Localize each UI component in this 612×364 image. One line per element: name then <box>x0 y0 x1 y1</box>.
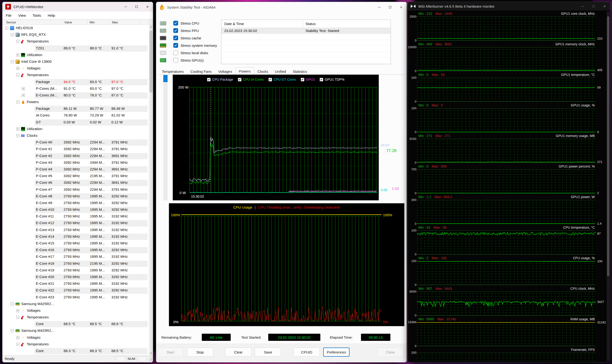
expand-toggle-icon[interactable]: − <box>16 74 19 77</box>
aida64-titlebar[interactable]: System Stability Test - AIDA64 × <box>156 2 407 13</box>
close-button[interactable]: × <box>142 2 153 12</box>
stress-checkbox[interactable] <box>173 43 178 48</box>
tree-row[interactable]: −Intel Core i9 13900 <box>2 58 149 65</box>
preferences-button[interactable]: Preferences <box>323 348 349 357</box>
tree-row[interactable]: P-Core #63392 MHz2294 M...3691 MHz <box>2 180 149 186</box>
menu-file[interactable]: File <box>2 12 15 19</box>
tab-temperatures[interactable]: Temperatures <box>158 68 187 75</box>
tree-row[interactable]: −Temperatures <box>2 341 149 348</box>
tree-row[interactable]: +Voltages <box>2 65 149 72</box>
tree-row[interactable]: P-Core #33392 MHz2494 M...3791 MHz <box>2 159 149 166</box>
expand-toggle-icon[interactable]: − <box>11 302 14 306</box>
save-button[interactable]: Save <box>255 348 281 357</box>
tree-row[interactable]: P-Core #13392 MHz2294 M...3791 MHz <box>2 146 149 153</box>
tree-row[interactable]: +P-Cores (M...91.0 °C83.0 °C97.0 °C <box>2 85 149 92</box>
panel-scrollbar[interactable] <box>607 12 610 361</box>
expand-toggle-icon[interactable]: − <box>5 26 8 30</box>
menu-tools[interactable]: Tools <box>29 12 44 19</box>
tree-row[interactable]: +Voltages <box>2 307 149 314</box>
minimize-button[interactable] <box>374 2 385 13</box>
tree-row[interactable]: TZ0189.0 °C88.0 °C91.0 °C <box>2 45 149 52</box>
tree-row[interactable]: E-Core #232793 MHz1995 M...3192 MHz <box>2 294 149 301</box>
resize-grip[interactable] <box>149 359 153 362</box>
tree-row[interactable]: −Temperatures <box>2 72 149 78</box>
scrollbar-thumb[interactable] <box>163 75 167 82</box>
tree-row[interactable]: E-Core #192793 MHz1995 M...3292 MHz <box>2 267 149 274</box>
tree-row[interactable]: −Samsung M425R2... <box>2 301 149 307</box>
tree-row[interactable]: E-Core #102793 MHz1995 M...3292 MHz <box>2 207 149 213</box>
tree-row[interactable]: P-Core #23392 MHz2294 M...3691 MHz <box>2 153 149 159</box>
expand-toggle-icon[interactable]: − <box>16 343 19 346</box>
expand-toggle-icon[interactable]: + <box>16 53 19 57</box>
clear-button[interactable]: Clear <box>225 348 251 357</box>
stress-checkbox[interactable] <box>173 21 178 26</box>
log-row[interactable] <box>221 34 391 40</box>
tree-row[interactable]: E-Core #172793 MHz1895 M...3192 MHz <box>2 253 149 260</box>
tree-row[interactable]: P-Core #73392 MHz2294 M...3791 MHz <box>2 186 149 193</box>
tab-unified[interactable]: Unified <box>272 68 290 75</box>
tree-row[interactable]: Package86.11 W80.77 W88.46 W <box>2 105 149 112</box>
tree-row[interactable]: E-Core #122793 MHz1895 M...3192 MHz <box>2 220 149 226</box>
tree-row[interactable]: E-Core #162793 MHz1995 M...3292 MHz <box>2 247 149 253</box>
stress-option-stress-cpu[interactable]: Stress CPU <box>160 21 232 27</box>
tree-scrollbar[interactable]: ▲ ▼ <box>149 25 153 355</box>
tree-row[interactable]: E-Core #132793 MHz1995 M...3192 MHz <box>2 227 149 234</box>
tree-row[interactable]: IA Cores78.80 W73.29 W81.02 W <box>2 112 149 119</box>
column-value[interactable]: Value <box>62 20 88 25</box>
stress-option-stress-cache[interactable]: Stress cache <box>160 35 232 41</box>
tab-voltages[interactable]: Voltages <box>215 68 236 75</box>
column-max[interactable]: Max <box>110 20 139 25</box>
column-min[interactable]: Min <box>88 20 110 25</box>
minimize-button[interactable] <box>120 2 131 12</box>
tree-row[interactable]: E-Core #92793 MHz1995 M...3292 MHz <box>2 200 149 207</box>
expand-toggle-icon[interactable]: − <box>16 40 19 43</box>
tab-clocks[interactable]: Clocks <box>254 68 272 75</box>
tree-row[interactable]: −Temperatures <box>2 314 149 321</box>
tree-row[interactable]: GT0.03 W0.02 W0.12 W <box>2 119 149 126</box>
hwmonitor-titlebar[interactable]: CPUID HWMonitor × <box>2 2 153 12</box>
tree-row[interactable]: E-Core #142793 MHz1995 M...3192 MHz <box>2 234 149 240</box>
stress-option-stress-fpu[interactable]: 123Stress FPU <box>160 28 232 34</box>
tree-row[interactable]: Core68.3 °C68.3 °C68.5 °C <box>2 348 149 354</box>
tree-row[interactable]: +Utilization <box>2 126 149 132</box>
tree-row[interactable]: Core68.5 °C68.5 °C68.8 °C <box>2 321 149 327</box>
scrollbar-thumb[interactable] <box>149 31 153 93</box>
stress-checkbox[interactable] <box>173 28 178 33</box>
tree-row[interactable]: E-Core #222793 MHz1995 M...3292 MHz <box>2 287 149 294</box>
tree-row[interactable]: −Clocks <box>2 132 149 139</box>
expand-toggle-icon[interactable]: + <box>22 87 25 90</box>
maximize-button[interactable] <box>588 2 599 11</box>
tree-row[interactable]: −HELIOS18 <box>2 25 149 31</box>
column-sensor[interactable]: Sensor <box>2 20 62 25</box>
tree-row[interactable]: E-Core #182793 MHz2195 M...3292 MHz <box>2 260 149 267</box>
expand-toggle-icon[interactable]: − <box>11 60 14 63</box>
tree-row[interactable]: −Samsung M425R2... <box>2 327 149 334</box>
tree-row[interactable]: P-Core #03392 MHz2294 M...3791 MHz <box>2 139 149 146</box>
expand-toggle-icon[interactable]: − <box>16 316 19 319</box>
stress-checkbox[interactable] <box>173 36 178 40</box>
tree-row[interactable]: +Voltages <box>2 334 149 341</box>
log-row[interactable]: 23.02.2023 15:30:02Stability Test: Start… <box>221 28 391 34</box>
cpuid-button[interactable]: CPUID <box>293 348 320 357</box>
tree-row[interactable]: −RPL EQS_RTX <box>2 31 149 38</box>
column-header[interactable]: Sensor Value Min Max <box>2 20 153 25</box>
menu-help[interactable]: Help <box>44 12 58 19</box>
tree-row[interactable]: E-Core #212793 MHz1895 M...3192 MHz <box>2 280 149 287</box>
maximize-button[interactable] <box>385 2 396 13</box>
tab-statistics[interactable]: Statistics <box>289 68 310 75</box>
close-button[interactable]: × <box>599 2 610 11</box>
tab-powers[interactable]: Powers <box>236 67 254 75</box>
tree-row[interactable]: −Powers <box>2 99 149 105</box>
stress-checkbox[interactable] <box>173 50 178 55</box>
stress-option-stress-system-memory[interactable]: Stress system memory <box>160 43 232 49</box>
stress-checkbox[interactable] <box>173 58 178 63</box>
stress-option-stress-local-disks[interactable]: Stress local disks <box>160 50 232 56</box>
log-row[interactable] <box>221 40 391 46</box>
tree-row[interactable]: E-Core #202793 MHz1995 M...3292 MHz <box>2 274 149 280</box>
stop-button[interactable]: Stop <box>187 348 213 357</box>
scrollbar-thumb[interactable] <box>607 16 609 276</box>
tree-row[interactable]: +E-Cores (M...80.0 °C78.0 °C87.0 °C <box>2 92 149 99</box>
tab-cooling-fans[interactable]: Cooling Fans <box>187 68 215 75</box>
tree-row[interactable]: E-Core #152793 MHz1995 M...3192 MHz <box>2 240 149 247</box>
log-row[interactable] <box>221 58 391 64</box>
